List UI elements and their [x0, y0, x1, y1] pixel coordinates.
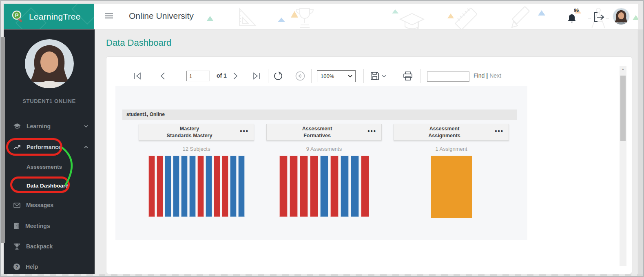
sidebar-item-meetings[interactable]: Meetings — [4, 218, 95, 234]
back-circle-icon — [295, 71, 305, 81]
report-group-header: student1, Online — [122, 109, 517, 120]
chevron-up-icon — [84, 146, 88, 148]
svg-text:?: ? — [15, 264, 18, 269]
back-button[interactable] — [294, 66, 306, 86]
prev-page-button[interactable] — [157, 66, 168, 86]
find-next-divider: | — [486, 72, 488, 79]
chart-bar-blue — [230, 156, 237, 217]
decor-triangle — [392, 9, 398, 13]
decor-triangle — [447, 13, 454, 18]
logout-icon[interactable] — [593, 12, 605, 22]
top-bar: P LearningTree Online University 96 — [4, 4, 638, 29]
chevron-down-icon — [348, 75, 352, 78]
report-viewer-card: of 1 100% — [106, 56, 632, 274]
report-panel-formatives: Assessment Formatives ••• 9 Assessments — [266, 124, 382, 217]
door-icon — [13, 223, 20, 229]
refresh-button[interactable] — [272, 66, 284, 86]
chevron-right-icon — [233, 72, 238, 80]
graduation-cap-icon — [13, 123, 21, 130]
question-icon: ? — [13, 264, 20, 270]
report-panel-assignments: Assessment Assignments ••• 1 Assignment — [394, 124, 509, 218]
toolbar-separator — [311, 69, 312, 83]
chart-bar-blue — [238, 156, 245, 217]
profile-photo[interactable] — [25, 39, 74, 88]
zoom-select[interactable]: 100% — [317, 70, 356, 82]
decor-triangle — [538, 10, 545, 16]
sidebar-item-label: Messages — [26, 202, 53, 208]
last-page-button[interactable] — [251, 66, 262, 86]
trending-up-icon — [13, 145, 21, 150]
next-button[interactable]: Next — [489, 72, 501, 79]
window-scrollbar — [638, 29, 643, 275]
sidebar-item-performance[interactable]: Performance — [4, 139, 95, 155]
decor-triangle — [291, 11, 298, 18]
save-icon — [370, 71, 379, 80]
chart-bar-blue — [173, 156, 179, 217]
chart-bar-blue — [351, 156, 359, 217]
sidebar-item-learning[interactable]: Learning — [4, 118, 95, 134]
scroll-up-arrow-icon: ▲ — [622, 67, 625, 71]
panel-title: Mastery Standards Mastery — [167, 125, 212, 139]
notifications-button[interactable]: 96 — [567, 8, 582, 26]
chart-bar-red — [197, 156, 204, 217]
sidebar-item-label: Help — [26, 264, 38, 270]
save-export-button[interactable] — [368, 66, 388, 86]
first-page-icon — [133, 72, 142, 80]
toolbar-separator — [291, 69, 291, 83]
scroll-up-button[interactable]: ▲ — [620, 66, 626, 73]
panel-menu-button[interactable]: ••• — [367, 127, 376, 134]
first-page-button[interactable] — [132, 66, 143, 86]
chart-bar-blue — [165, 156, 171, 217]
main-content: Data Dashboard of 1 — [95, 29, 637, 275]
report-page: student1, Online Mastery Standards Maste… — [115, 86, 527, 240]
chevron-down-icon — [382, 75, 386, 78]
decor-triangle — [278, 18, 285, 22]
report-scrollbar-thumb[interactable] — [620, 76, 626, 141]
panel-menu-button[interactable]: ••• — [495, 127, 504, 134]
user-avatar[interactable] — [613, 8, 629, 25]
report-toolbar: of 1 100% — [116, 66, 620, 86]
toolbar-separator — [268, 69, 268, 83]
panel-header: Mastery Standards Mastery ••• — [139, 124, 254, 141]
window-scrollbar-thumb[interactable] — [1, 37, 5, 243]
panel-header: Assessment Assignments ••• — [394, 124, 509, 141]
panel-menu-button[interactable]: ••• — [240, 127, 249, 134]
decor-triangle — [633, 15, 638, 20]
app-window: P LearningTree Online University 96 — [0, 0, 644, 277]
bell-icon — [567, 13, 576, 23]
zoom-value: 100% — [321, 73, 334, 79]
chart-bar-red — [148, 156, 155, 217]
next-page-button[interactable] — [230, 66, 241, 86]
chart-bar-red — [214, 156, 220, 217]
find-button[interactable]: Find — [474, 72, 485, 79]
sidebar-item-backpack[interactable]: Backpack — [4, 238, 95, 255]
sidebar-item-label: Backpack — [26, 243, 53, 250]
panel-header: Assessment Formatives ••• — [266, 124, 382, 141]
chart-bar-blue — [320, 156, 328, 217]
envelope-icon — [13, 203, 20, 208]
decor-pencil-icon — [509, 5, 533, 29]
sidebar-item-data-dashboard[interactable]: Data Dashboard — [4, 177, 95, 194]
chevron-down-icon — [84, 125, 88, 127]
page-number-input[interactable] — [186, 71, 210, 81]
chart-bar-red — [300, 156, 308, 217]
chart-bar-red — [290, 156, 298, 217]
print-button[interactable] — [401, 66, 415, 86]
sidebar-item-help[interactable]: ? Help — [4, 259, 95, 275]
assignments-bar-chart — [394, 156, 509, 218]
chart-bar-blue — [206, 156, 212, 217]
sidebar-item-assessments[interactable]: Assessments — [4, 159, 95, 175]
panel-title: Assessment Assignments — [428, 125, 460, 139]
sidebar: STUDENT1 ONLINE Learning Performance Ass… — [4, 29, 95, 275]
brand-header[interactable]: P LearningTree — [4, 4, 94, 29]
chart-bar-red — [330, 156, 339, 217]
sidebar-item-label: Data Dashboard — [27, 183, 69, 189]
find-input[interactable] — [427, 71, 469, 82]
menu-icon[interactable] — [105, 13, 113, 19]
decor-ruler-icon — [454, 7, 478, 29]
chart-bar-red — [157, 156, 163, 217]
sidebar-item-messages[interactable]: Messages — [4, 197, 95, 213]
chart-bar-blue — [189, 156, 196, 217]
svg-text:P: P — [15, 12, 19, 18]
decor-set-square-icon — [236, 7, 259, 28]
